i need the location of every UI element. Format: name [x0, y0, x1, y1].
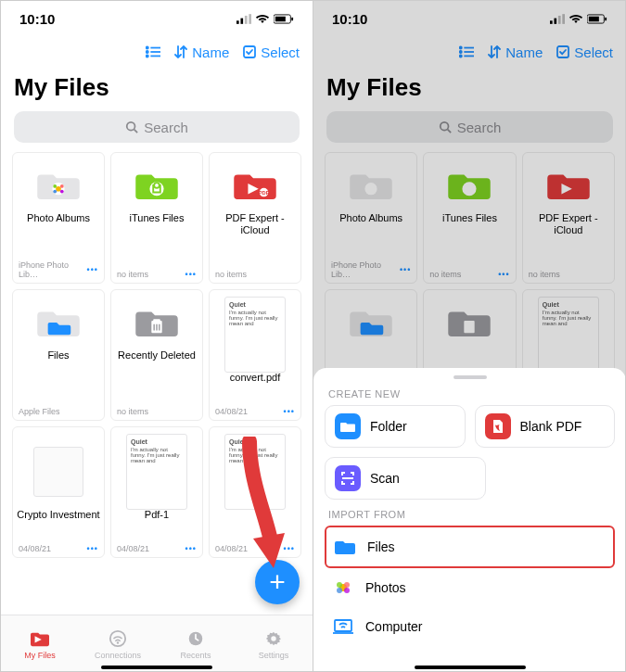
file-name: convert.pdf [226, 372, 284, 384]
more-icon[interactable]: ••• [87, 544, 98, 553]
more-icon[interactable]: ••• [185, 544, 197, 553]
tab-label: Connections [95, 651, 141, 660]
computer-icon [332, 615, 354, 638]
scan-icon [335, 465, 361, 491]
create-blank-pdf-button[interactable]: Blank PDF [475, 405, 616, 448]
select-label: Select [261, 44, 300, 60]
file-meta: no items [117, 407, 148, 416]
folder-icon [335, 413, 361, 439]
tab-myfiles[interactable]: My Files [1, 615, 79, 672]
clock: 10:10 [19, 11, 55, 27]
tab-bar: My Files Connections Recents Settings [1, 615, 313, 672]
plus-icon: + [269, 566, 286, 598]
more-icon[interactable]: ••• [87, 265, 98, 274]
search-input[interactable]: Search [14, 111, 300, 143]
home-indicator [101, 666, 212, 669]
add-button[interactable]: + [255, 560, 300, 604]
more-icon[interactable]: ••• [284, 407, 295, 416]
files-app-icon [334, 536, 356, 558]
file-name: iTunes Files [126, 212, 188, 224]
folder-icon [37, 305, 80, 338]
tab-connections[interactable]: Connections [79, 615, 157, 672]
create-new-label: CREATE NEW [328, 388, 611, 399]
import-from-label: IMPORT FROM [328, 509, 611, 520]
button-label: Scan [370, 471, 400, 486]
sort-label: Name [192, 44, 229, 60]
tab-label: Settings [259, 651, 289, 660]
import-files-button[interactable]: Files [325, 526, 615, 568]
tab-label: Recents [180, 651, 211, 660]
file-card[interactable]: QuietI'm actually not funny. I'm just re… [110, 426, 203, 558]
home-indicator [415, 666, 526, 669]
file-meta: no items [117, 270, 148, 279]
file-meta: 04/08/21 [117, 544, 149, 553]
create-scan-button[interactable]: Scan [325, 457, 486, 500]
create-folder-button[interactable]: Folder [325, 405, 466, 448]
button-label: Folder [370, 419, 407, 434]
search-icon [125, 120, 138, 133]
svg-line-15 [134, 130, 138, 133]
item-label: Computer [365, 619, 422, 634]
document-thumb: QuietI'm actually not funny. I'm just re… [224, 297, 286, 373]
svg-point-20 [53, 190, 57, 194]
pdf-icon [485, 413, 511, 439]
toolbar: Name Select [1, 36, 313, 68]
svg-point-55 [337, 582, 342, 588]
tab-label: My Files [24, 651, 56, 660]
svg-point-58 [344, 588, 350, 593]
view-mode-button[interactable] [146, 45, 160, 58]
file-name: Files [44, 349, 72, 361]
status-bar: 10:10 [1, 1, 313, 36]
import-computer-button[interactable]: Computer [325, 607, 615, 646]
svg-point-34 [271, 636, 275, 640]
svg-point-21 [60, 190, 64, 194]
sheet-grabber[interactable] [454, 375, 487, 379]
svg-rect-6 [291, 17, 293, 20]
tab-settings[interactable]: Settings [235, 615, 313, 672]
svg-point-17 [56, 186, 61, 192]
svg-point-18 [53, 184, 57, 188]
file-card[interactable]: Recently Deleted no items [110, 289, 203, 421]
list-icon [146, 45, 160, 58]
file-card[interactable]: Files Apple Files [12, 289, 105, 421]
file-name: Recently Deleted [114, 349, 199, 361]
file-card[interactable]: Crypto Investment 04/08/21••• [12, 426, 105, 558]
more-icon[interactable]: ••• [284, 544, 295, 553]
item-label: Photos [365, 580, 406, 595]
sort-button[interactable]: Name [173, 44, 229, 60]
tab-recents[interactable]: Recents [157, 615, 235, 672]
status-icons [236, 14, 294, 24]
select-button[interactable]: Select [242, 44, 300, 60]
svg-rect-59 [335, 620, 351, 631]
phone-right: 10:10 Name Select My Files Search Photo … [313, 1, 626, 672]
action-sheet: CREATE NEW Folder Blank PDF Scan IMPORT … [313, 368, 626, 672]
svg-point-56 [344, 582, 350, 588]
file-name: Pdf-1 [141, 509, 172, 521]
more-icon[interactable]: ••• [185, 270, 197, 279]
file-card[interactable]: Photo Albums iPhone Photo Lib…••• [12, 152, 105, 284]
svg-point-19 [60, 184, 64, 188]
svg-point-31 [110, 630, 125, 645]
folder-icon [135, 305, 178, 338]
wifi-icon [255, 14, 270, 24]
file-meta: 04/08/21 [215, 407, 248, 416]
sort-icon [173, 45, 188, 58]
file-card[interactable]: iTunes Files no items••• [110, 152, 203, 284]
file-meta: no items [215, 270, 247, 279]
file-card[interactable]: QuietI'm actually not funny. I'm just re… [209, 289, 301, 421]
tab-myfiles-icon [30, 629, 50, 648]
file-card[interactable]: QuietI'm actually not funny. I'm just re… [209, 426, 301, 558]
svg-rect-0 [236, 20, 239, 24]
wifi-icon [108, 629, 128, 648]
file-card[interactable]: PDF PDF Expert - iCloud no items [209, 152, 301, 284]
select-icon [242, 45, 257, 58]
page-title: My Files [14, 73, 313, 102]
image-thumb [33, 447, 83, 497]
photos-app-icon [332, 577, 354, 599]
import-photos-button[interactable]: Photos [325, 568, 615, 607]
file-meta: Apple Files [19, 407, 60, 416]
svg-point-14 [127, 122, 135, 131]
file-grid: Photo Albums iPhone Photo Lib…••• iTunes… [1, 152, 313, 558]
file-name: PDF Expert - iCloud [210, 212, 300, 236]
search-placeholder: Search [144, 120, 188, 135]
